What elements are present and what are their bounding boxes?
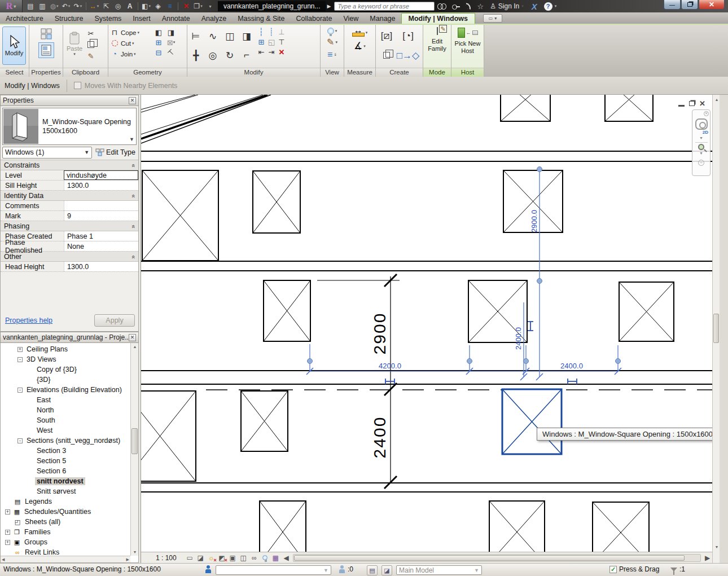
tab-massing-site[interactable]: Massing & Site bbox=[232, 13, 290, 24]
undo-icon[interactable]: ↶▾ bbox=[60, 1, 72, 11]
expander-icon[interactable]: - bbox=[17, 388, 23, 393]
customize-qat-icon[interactable]: ▼ bbox=[204, 1, 216, 11]
create-parts-icon[interactable]: [◔] bbox=[401, 30, 415, 42]
hscroll-right-icon[interactable]: ▶ bbox=[702, 553, 713, 562]
exchange-apps-icon[interactable]: X bbox=[532, 2, 537, 11]
browser-horizontal-scrollbar[interactable]: ◀▶ bbox=[1, 556, 130, 562]
offset-icon[interactable]: ∿ bbox=[206, 30, 220, 42]
demolish-hammer-icon[interactable]: ⊤ bbox=[164, 45, 178, 59]
scroll-down-icon[interactable]: ▼ bbox=[131, 548, 139, 556]
browser-item-south[interactable]: South bbox=[1, 415, 130, 425]
panel-label-view[interactable]: View bbox=[321, 68, 344, 77]
tab-view[interactable]: View bbox=[337, 13, 364, 24]
panel-label-clipboard[interactable]: Clipboard bbox=[63, 68, 108, 77]
apply-button[interactable]: Apply bbox=[94, 314, 135, 327]
sun-path-icon[interactable]: ☼ bbox=[206, 553, 217, 562]
sync-icon[interactable]: ◍▾ bbox=[49, 1, 60, 11]
view-minimize-icon[interactable] bbox=[678, 105, 685, 107]
properties-header[interactable]: Properties ✕ bbox=[0, 95, 139, 106]
browser-item-north[interactable]: North bbox=[1, 405, 130, 415]
ribbon-display-toggle[interactable]: ▭ ▾ bbox=[483, 14, 502, 23]
text-icon[interactable]: A bbox=[124, 1, 135, 11]
zoom-dropdown-icon[interactable]: ▼ bbox=[699, 151, 703, 155]
view-visibility-button[interactable]: ▾ bbox=[327, 28, 337, 34]
design-options-icon[interactable]: ▤ bbox=[367, 565, 378, 575]
expander-icon[interactable]: + bbox=[5, 540, 10, 545]
close-hidden-windows-icon[interactable]: ✕ bbox=[181, 1, 192, 11]
steering-wheel-icon[interactable] bbox=[695, 118, 708, 130]
angular-dimension-button[interactable]: ∡▾ bbox=[354, 40, 366, 52]
drawing-area[interactable]: 2900 2400 bbox=[141, 95, 712, 563]
browser-item-sections[interactable]: -Sections (snitt_vegg_nordøst) bbox=[1, 436, 130, 446]
window-symbol[interactable] bbox=[619, 282, 674, 341]
scroll-left-icon[interactable]: ◀ bbox=[2, 557, 5, 562]
property-row-head-height[interactable]: Head Height1300.0 bbox=[1, 262, 138, 272]
browser-item-legends[interactable]: ▤Legends bbox=[1, 496, 130, 507]
paste-button[interactable]: Paste ▾ bbox=[63, 27, 86, 61]
edit-type-button[interactable]: Edit Type bbox=[94, 148, 137, 156]
copy-to-clipboard-icon[interactable] bbox=[86, 39, 96, 50]
scrollbar-thumb[interactable] bbox=[294, 555, 685, 561]
press-and-drag-control[interactable]: ✓ Press & Drag bbox=[609, 565, 659, 573]
property-row-phase-demolished[interactable]: Phase DemolishedNone bbox=[1, 241, 138, 252]
rotate-icon[interactable]: ↻ bbox=[223, 49, 236, 61]
wheel-dropdown-icon[interactable]: ▼ bbox=[699, 136, 703, 140]
browser-item-3d[interactable]: {3D} bbox=[1, 375, 130, 385]
browser-item-snitt-nordvest[interactable]: snitt nordvest bbox=[1, 476, 130, 486]
cut-geometry-button[interactable]: Cut▾ bbox=[108, 38, 152, 49]
tab-insert[interactable]: Insert bbox=[127, 13, 156, 24]
sill-height-value[interactable]: 1300.0 bbox=[64, 181, 138, 190]
property-row-level[interactable]: Levelvindushøyde bbox=[1, 170, 138, 181]
mark-value[interactable]: 9 bbox=[64, 211, 138, 221]
workset-combobox[interactable]: ▼ bbox=[216, 565, 331, 575]
measure-button[interactable]: ↔▾ bbox=[352, 28, 368, 37]
selection-filter-combobox[interactable]: Windows (1)▼ bbox=[2, 147, 92, 159]
join-geometry-button[interactable]: ◔Join▾ bbox=[108, 49, 152, 59]
wall-joins-icon[interactable]: ◧ bbox=[154, 27, 164, 37]
match-type-icon[interactable]: ✎ bbox=[86, 51, 96, 61]
tab-structure[interactable]: Structure bbox=[49, 13, 89, 24]
tab-annotate[interactable]: Annotate bbox=[156, 13, 196, 24]
reveal-hidden-elements-icon[interactable] bbox=[260, 553, 270, 562]
window-symbol[interactable] bbox=[142, 170, 218, 261]
move-icon[interactable]: ╋ bbox=[189, 49, 203, 61]
aligned-dimension-icon[interactable]: ⇱ bbox=[100, 1, 112, 11]
paint-icon[interactable]: ⊟ bbox=[154, 47, 164, 58]
properties-palette-icon[interactable] bbox=[38, 42, 54, 58]
thin-lines-icon[interactable]: ≡ bbox=[164, 1, 176, 11]
browser-item-west[interactable]: West bbox=[1, 425, 130, 436]
default-3d-view-icon[interactable]: ◧▾ bbox=[141, 1, 152, 11]
drawing-canvas[interactable]: 2900 2400 bbox=[141, 95, 713, 552]
linework-button[interactable]: ≡⇓ bbox=[327, 50, 337, 60]
panel-label-create[interactable]: Create bbox=[376, 68, 423, 77]
property-row-sill-height[interactable]: Sill Height1300.0 bbox=[1, 181, 138, 191]
redo-icon[interactable]: ↷▾ bbox=[72, 1, 84, 11]
detail-level-icon[interactable]: ▭ bbox=[185, 553, 195, 562]
help-dropdown-icon[interactable]: ▾ bbox=[555, 4, 557, 8]
expander-icon[interactable]: + bbox=[5, 509, 10, 515]
unpin-icon[interactable]: ⊥ bbox=[277, 27, 287, 37]
horizontal-scrollbar[interactable] bbox=[293, 554, 701, 562]
window-symbol[interactable] bbox=[489, 501, 545, 552]
sign-in-button[interactable]: ♙ Sign In ▾ bbox=[490, 2, 524, 10]
window-symbol[interactable] bbox=[141, 391, 196, 481]
mirror-draw-axis-icon[interactable]: ◨ bbox=[240, 30, 253, 42]
type-selector[interactable]: M_Window-Square Opening 1500x1600 ▼ bbox=[2, 108, 137, 145]
family-types-icon[interactable] bbox=[40, 28, 53, 40]
canvas-vertical-scrollbar[interactable]: ▲ ▼ bbox=[712, 95, 720, 563]
tab-analyze[interactable]: Analyze bbox=[196, 13, 232, 24]
panel-label-modify[interactable]: Modify bbox=[187, 68, 320, 77]
panel-label-geometry[interactable]: Geometry bbox=[108, 68, 187, 77]
tab-architecture[interactable]: Architecture bbox=[0, 13, 49, 24]
group-header-constraints[interactable]: Constraints« bbox=[1, 160, 138, 170]
browser-item-elevations[interactable]: -Elevations (Building Elevation) bbox=[1, 385, 130, 395]
browser-item-groups[interactable]: +▣Groups bbox=[1, 537, 130, 547]
split-element-icon[interactable]: ┆ bbox=[256, 27, 266, 37]
trim-extend-single-icon[interactable]: ⇤ bbox=[256, 47, 266, 57]
expander-icon[interactable]: - bbox=[17, 357, 23, 362]
window-symbol[interactable] bbox=[253, 171, 300, 233]
edit-family-button[interactable]: ✎ Edit Family bbox=[423, 25, 451, 54]
browser-item-copy-of-3d[interactable]: Copy of {3D} bbox=[1, 364, 130, 375]
crop-region-icon[interactable]: ◫ bbox=[238, 553, 249, 562]
subscription-key-icon[interactable] bbox=[452, 4, 460, 8]
